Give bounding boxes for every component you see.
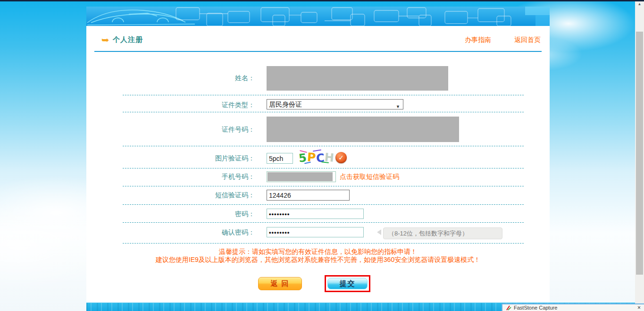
notice-line-2: 建议您使用IE9及以上版本的浏览器，其他浏览器对系统兼容性不完善，如使用360安… bbox=[86, 256, 550, 264]
back-button[interactable]: 返 回 bbox=[258, 277, 302, 290]
browser-page: ➥ 个人注册 办事指南 返回首页 姓名： 证件类型： 居民身份证 ▼ 证件号码：… bbox=[0, 0, 644, 311]
row-separator bbox=[123, 112, 524, 112]
phone-field-redacted bbox=[268, 172, 333, 181]
password-input[interactable] bbox=[267, 209, 364, 219]
row-separator bbox=[123, 222, 524, 223]
cert-no-label: 证件号码： bbox=[137, 126, 255, 134]
captcha-image[interactable]: 5 P C H bbox=[299, 150, 333, 165]
get-sms-code-link[interactable]: 点击获取短信验证码 bbox=[340, 173, 399, 181]
row-separator bbox=[123, 168, 524, 168]
title-arrow-icon: ➥ bbox=[101, 35, 109, 45]
phone-input[interactable] bbox=[267, 171, 336, 182]
phone-label: 手机号码： bbox=[137, 173, 255, 181]
name-field-redacted[interactable] bbox=[267, 66, 448, 91]
row-separator bbox=[123, 146, 524, 146]
row-separator bbox=[123, 204, 524, 205]
confirm-password-input[interactable] bbox=[267, 227, 364, 237]
captcha-label: 图片验证码： bbox=[137, 154, 255, 163]
page-title: 个人注册 bbox=[113, 35, 143, 44]
scrollbar-thumb[interactable] bbox=[636, 32, 643, 275]
captcha-char: C bbox=[316, 151, 325, 165]
row-separator bbox=[123, 95, 524, 95]
header-banner bbox=[86, 7, 550, 26]
cert-no-field-redacted[interactable] bbox=[267, 117, 459, 142]
captcha-refresh-icon[interactable]: ✓ bbox=[335, 152, 347, 163]
cert-type-label: 证件类型： bbox=[137, 101, 255, 109]
banner-graphic bbox=[86, 7, 550, 26]
password-hint: （8-12位，包括数字和字母） bbox=[383, 227, 502, 239]
guide-link[interactable]: 办事指南 bbox=[465, 36, 491, 44]
scrollbar-up-arrow-icon[interactable]: ▲ bbox=[635, 1, 644, 8]
submit-highlight-box: 提交 bbox=[325, 275, 370, 292]
page-title-row: ➥ 个人注册 办事指南 返回首页 bbox=[86, 34, 550, 45]
cert-type-select[interactable]: 居民身份证 ▼ bbox=[267, 99, 403, 109]
submit-button[interactable]: 提交 bbox=[327, 278, 368, 289]
chevron-down-icon: ▼ bbox=[396, 102, 400, 111]
faststone-capture-window[interactable]: FastStone Capture × bbox=[502, 303, 644, 311]
password-label: 密码： bbox=[137, 210, 255, 219]
title-divider bbox=[94, 51, 542, 52]
notice-line-1: 温馨提示：请如实填写您的有效证件信息，以免影响您的指标申请！ bbox=[86, 248, 550, 256]
vertical-scrollbar[interactable]: ▲ bbox=[635, 0, 644, 311]
sms-code-label: 短信验证码： bbox=[137, 191, 255, 200]
hint-arrow-icon bbox=[377, 229, 381, 235]
row-separator bbox=[123, 243, 524, 244]
row-separator bbox=[123, 186, 524, 186]
name-label: 姓名： bbox=[137, 74, 255, 83]
sms-code-input[interactable] bbox=[267, 190, 350, 201]
faststone-window-title: FastStone Capture bbox=[514, 305, 557, 311]
window-top-border bbox=[0, 0, 644, 1]
registration-panel: ➥ 个人注册 办事指南 返回首页 姓名： 证件类型： 居民身份证 ▼ 证件号码：… bbox=[86, 7, 550, 303]
faststone-icon bbox=[506, 305, 512, 311]
captcha-input[interactable] bbox=[267, 153, 293, 164]
cert-type-selected-value: 居民身份证 bbox=[269, 101, 302, 108]
home-link[interactable]: 返回首页 bbox=[514, 36, 541, 44]
notice-text: 温馨提示：请如实填写您的有效证件信息，以免影响您的指标申请！ 建议您使用IE9及… bbox=[86, 248, 550, 264]
confirm-password-label: 确认密码： bbox=[137, 228, 255, 237]
close-icon[interactable]: × bbox=[637, 304, 641, 311]
